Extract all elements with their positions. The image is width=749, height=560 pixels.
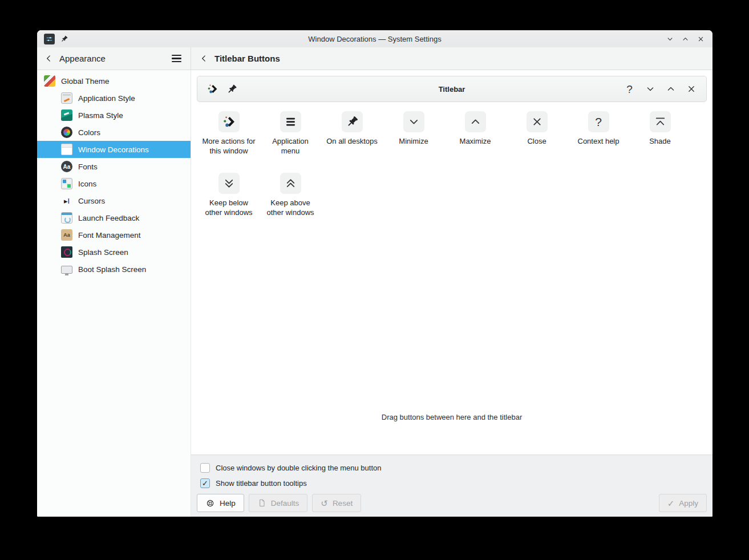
option-show-tooltips[interactable]: ✓ Show titlebar button tooltips	[197, 477, 707, 489]
drop-zone-hint: Drag buttons between here and the titleb…	[382, 413, 522, 421]
preview-maximize-button[interactable]	[665, 83, 677, 95]
draggable-context-help[interactable]: ? Context help	[571, 111, 626, 156]
boot-splash-screen-icon	[61, 266, 72, 274]
window-close-button[interactable]	[696, 34, 706, 44]
content-back-button[interactable]	[199, 54, 209, 63]
sidebar-item-colors[interactable]: Colors	[37, 124, 191, 141]
shade-icon	[653, 115, 667, 129]
sidebar-item-boot-splash-screen[interactable]: Boot Splash Screen	[37, 261, 191, 278]
checkbox-close-on-double-click[interactable]	[200, 463, 210, 473]
apply-button[interactable]: ✓ Apply	[659, 494, 707, 512]
titlebar-buttons-page: Titlebar ? More actions for this window	[191, 70, 712, 517]
draggable-maximize[interactable]: Maximize	[448, 111, 503, 156]
colors-icon	[61, 127, 72, 138]
titlebar-preview: Titlebar ?	[197, 76, 707, 102]
sidebar-header-title: Appearance	[59, 54, 106, 63]
sidebar-back-button[interactable]	[44, 54, 54, 63]
sidebar-item-launch-feedback[interactable]: Launch Feedback	[37, 209, 191, 226]
preview-minimize-button[interactable]	[644, 83, 656, 95]
double-chevron-up-icon	[284, 176, 298, 190]
page-title: Titlebar Buttons	[214, 54, 280, 63]
system-settings-window: Window Decorations — System Settings App…	[37, 30, 712, 517]
checkbox-label: Show titlebar button tooltips	[216, 479, 307, 488]
help-lifering-icon	[205, 498, 215, 508]
window-titlebar[interactable]: Window Decorations — System Settings	[37, 30, 712, 47]
preview-on-all-desktops-button[interactable]	[226, 83, 238, 95]
sidebar-item-global-theme[interactable]: Global Theme	[37, 72, 191, 90]
content-header: Titlebar Buttons	[191, 47, 712, 70]
preview-more-actions-button[interactable]	[207, 83, 218, 95]
draggable-application-menu[interactable]: Application menu	[263, 111, 318, 156]
draggable-shade[interactable]: Shade	[633, 111, 687, 156]
icons-icon	[61, 178, 72, 189]
preview-context-help-button[interactable]: ?	[624, 83, 635, 95]
help-button[interactable]: Help	[197, 494, 244, 512]
preview-close-button[interactable]	[685, 83, 697, 95]
draggable-close[interactable]: Close	[509, 111, 564, 156]
chevron-down-icon	[407, 115, 421, 129]
pinned-on-all-desktops-icon	[60, 35, 68, 43]
option-close-on-double-click[interactable]: Close windows by double clicking the men…	[197, 462, 707, 473]
chevron-up-icon	[468, 115, 483, 129]
sidebar-item-window-decorations[interactable]: Window Decorations	[37, 141, 191, 158]
draggable-on-all-desktops[interactable]: On all desktops	[325, 111, 379, 156]
sidebar-item-font-management[interactable]: Aa Font Management	[37, 226, 191, 244]
window-decorations-icon	[61, 144, 72, 155]
footer-button-bar: Help Defaults ↺ Reset ✓ Apply	[197, 494, 707, 512]
pin-icon	[345, 115, 359, 129]
sidebar-item-cursors[interactable]: ▸I Cursors	[37, 192, 191, 209]
sidebar-item-application-style[interactable]: Application Style	[37, 90, 191, 107]
defaults-button[interactable]: Defaults	[249, 494, 308, 512]
checkbox-show-tooltips[interactable]: ✓	[200, 478, 210, 488]
apply-check-icon: ✓	[667, 499, 675, 508]
draggable-more-actions[interactable]: More actions for this window	[201, 111, 256, 156]
checkbox-label: Close windows by double clicking the men…	[216, 464, 382, 472]
settings-sidebar: Global Theme Application Style Plasma St…	[37, 70, 191, 517]
splash-screen-icon	[61, 246, 72, 258]
sidebar-header: Appearance	[37, 47, 191, 70]
hamburger-menu-button[interactable]	[169, 52, 184, 64]
font-management-icon: Aa	[61, 229, 72, 241]
application-menu-icon	[284, 115, 298, 129]
draggable-keep-above[interactable]: Keep above other windows	[263, 173, 318, 217]
question-mark-icon: ?	[595, 116, 602, 128]
button-drop-zone[interactable]: Drag buttons between here and the titleb…	[191, 217, 712, 455]
reset-button[interactable]: ↺ Reset	[312, 494, 361, 512]
global-theme-icon	[44, 75, 55, 87]
sidebar-item-splash-screen[interactable]: Splash Screen	[37, 244, 191, 261]
draggable-keep-below[interactable]: Keep below other windows	[201, 173, 256, 217]
draggable-minimize[interactable]: Minimize	[386, 111, 441, 156]
close-icon	[530, 115, 544, 129]
sidebar-item-fonts[interactable]: Aa Fonts	[37, 158, 191, 175]
bottom-panel: Close windows by double clicking the men…	[191, 455, 712, 517]
window-maximize-button[interactable]	[681, 34, 690, 44]
reset-undo-icon: ↺	[321, 499, 328, 508]
window-title: Window Decorations — System Settings	[37, 35, 712, 43]
launch-feedback-icon	[61, 212, 72, 224]
fonts-icon: Aa	[61, 161, 72, 172]
more-actions-icon	[222, 115, 236, 129]
defaults-document-icon	[257, 498, 266, 508]
double-chevron-down-icon	[222, 176, 236, 190]
window-minimize-button[interactable]	[665, 34, 675, 44]
available-buttons-grid: More actions for this window Application…	[191, 102, 712, 217]
application-style-icon	[61, 92, 72, 104]
header-row: Appearance Titlebar Buttons	[37, 47, 712, 70]
sidebar-item-icons[interactable]: Icons	[37, 175, 191, 192]
plasma-style-icon	[61, 109, 72, 121]
cursors-icon: ▸I	[61, 195, 72, 206]
system-settings-app-icon	[44, 34, 55, 44]
sidebar-item-plasma-style[interactable]: Plasma Style	[37, 107, 191, 124]
